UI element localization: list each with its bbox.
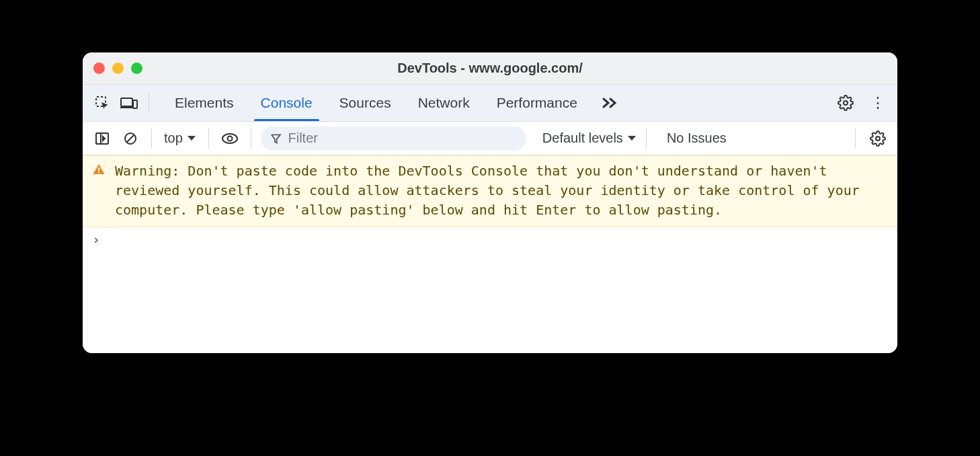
toggle-drawer-icon[interactable] bbox=[91, 127, 114, 150]
divider bbox=[855, 128, 856, 149]
window-title: DevTools - www.google.com/ bbox=[83, 61, 897, 76]
filter-input[interactable] bbox=[288, 130, 517, 146]
svg-rect-12 bbox=[98, 167, 99, 171]
inspect-element-icon[interactable] bbox=[91, 91, 114, 114]
live-expression-icon[interactable] bbox=[218, 127, 241, 150]
minimize-window-button[interactable] bbox=[112, 63, 124, 74]
chevron-down-icon bbox=[627, 135, 637, 142]
divider bbox=[208, 128, 209, 149]
context-label: top bbox=[164, 130, 183, 146]
settings-icon[interactable] bbox=[834, 91, 857, 114]
console-warning-row: Warning: Don't paste code into the DevTo… bbox=[83, 155, 897, 227]
svg-point-10 bbox=[227, 136, 232, 141]
titlebar: DevTools - www.google.com/ bbox=[83, 52, 897, 85]
console-prompt-row[interactable]: › bbox=[83, 227, 897, 252]
tab-label: Performance bbox=[497, 95, 577, 111]
devtools-window: DevTools - www.google.com/ Elements Cons… bbox=[83, 52, 897, 353]
prompt-caret-icon: › bbox=[92, 231, 100, 248]
divider bbox=[251, 128, 251, 149]
svg-point-11 bbox=[876, 137, 880, 141]
chevron-down-icon bbox=[187, 135, 196, 142]
filter-box[interactable] bbox=[261, 126, 526, 151]
tab-label: Console bbox=[261, 95, 313, 111]
console-warning-text: Warning: Don't paste code into the DevTo… bbox=[115, 161, 888, 220]
svg-rect-3 bbox=[133, 100, 137, 108]
maximize-window-button[interactable] bbox=[131, 63, 142, 74]
window-controls bbox=[93, 63, 142, 74]
divider bbox=[646, 128, 647, 149]
console-toolbar: top Default levels No Issues bbox=[83, 122, 897, 155]
main-tabbar: Elements Console Sources Network Perform… bbox=[83, 85, 897, 122]
svg-point-4 bbox=[844, 101, 848, 105]
svg-rect-1 bbox=[121, 98, 132, 106]
panel-tabs: Elements Console Sources Network Perform… bbox=[161, 85, 591, 121]
tab-label: Sources bbox=[339, 95, 391, 111]
more-options-icon[interactable]: ⋮ bbox=[866, 94, 889, 112]
tab-performance[interactable]: Performance bbox=[483, 85, 591, 121]
console-output: Warning: Don't paste code into the DevTo… bbox=[83, 155, 897, 353]
console-settings-icon[interactable] bbox=[866, 127, 889, 150]
log-level-selector[interactable]: Default levels bbox=[542, 130, 637, 146]
svg-line-8 bbox=[127, 135, 134, 142]
warning-icon bbox=[92, 163, 106, 176]
more-tabs-icon[interactable] bbox=[599, 91, 622, 114]
tab-elements[interactable]: Elements bbox=[161, 85, 247, 121]
issues-button[interactable]: No Issues bbox=[667, 130, 727, 146]
close-window-button[interactable] bbox=[93, 63, 105, 74]
clear-console-icon[interactable] bbox=[119, 127, 142, 150]
tab-label: Network bbox=[418, 95, 470, 111]
issues-label-text: No Issues bbox=[667, 130, 727, 145]
svg-point-9 bbox=[222, 134, 237, 143]
tab-console[interactable]: Console bbox=[247, 85, 326, 121]
divider bbox=[151, 128, 152, 149]
svg-rect-13 bbox=[98, 172, 99, 174]
divider bbox=[149, 93, 149, 113]
tab-sources[interactable]: Sources bbox=[326, 85, 405, 121]
tab-label: Elements bbox=[175, 95, 234, 111]
filter-icon bbox=[270, 132, 282, 145]
device-toolbar-icon[interactable] bbox=[118, 91, 140, 114]
execution-context-selector[interactable]: top bbox=[161, 130, 199, 146]
levels-label: Default levels bbox=[542, 130, 623, 146]
tab-network[interactable]: Network bbox=[405, 85, 483, 121]
